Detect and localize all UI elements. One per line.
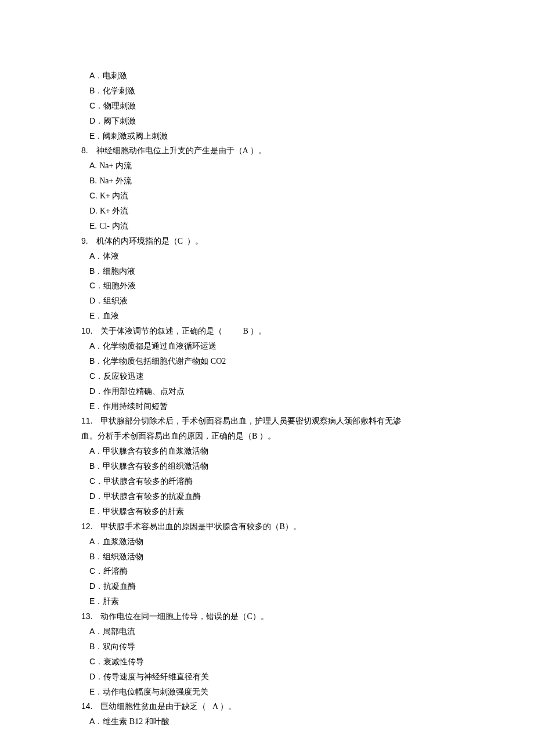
option-text: 化学物质都是通过血液循环运送 (103, 342, 217, 350)
option-label: A． (89, 627, 103, 636)
answer-option: B．化学刺激 (81, 84, 453, 99)
question-text: 神经细胞动作电位上升支的产生是由于（A ）。 (96, 146, 266, 155)
option-text: 双向传导 (103, 642, 135, 651)
option-text: 组织液 (103, 296, 128, 305)
option-text: Na+ 外流 (99, 176, 132, 185)
option-text: K+ 内流 (100, 191, 129, 200)
option-label: E． (89, 311, 103, 320)
option-text: 细胞内液 (103, 267, 135, 276)
option-text: 纤溶酶 (103, 567, 128, 576)
option-label: C． (89, 281, 103, 290)
answer-option: E．动作电位幅度与刺激强度无关 (81, 685, 453, 700)
question-number: 12. (81, 522, 100, 531)
question-number: 11. (81, 416, 100, 425)
option-label: D． (89, 386, 103, 396)
answer-option: A．体液 (81, 249, 453, 264)
option-label: C． (89, 566, 103, 576)
option-text: 阈下刺激 (103, 117, 136, 125)
answer-option: B．细胞内液 (81, 264, 453, 279)
question-line: 10. 关于体液调节的叙述，正确的是（ B ）。 (81, 324, 453, 339)
option-text: 甲状腺含有较多的纤溶酶 (103, 477, 193, 486)
option-text: 物理刺激 (103, 102, 136, 110)
question-number: 14. (81, 701, 100, 711)
option-label: E． (89, 401, 103, 411)
answer-option: C．甲状腺含有较多的纤溶酶 (81, 474, 453, 489)
option-label: C. (89, 191, 100, 200)
option-label: B． (89, 461, 103, 471)
option-label: A． (89, 537, 103, 546)
answer-option: D．阈下刺激 (81, 114, 453, 129)
option-text: K+ 外流 (100, 207, 129, 215)
option-label: B． (89, 266, 103, 276)
option-text: 血液 (103, 312, 119, 320)
answer-option: E．肝素 (81, 594, 453, 609)
answer-option: C．细胞外液 (81, 278, 453, 294)
option-label: D． (89, 296, 103, 305)
question-text: 巨幼细胞性贫血是由于缺乏（ A ）。 (100, 702, 236, 711)
option-text: 作用持续时间短暂 (103, 402, 168, 411)
answer-option: D．传导速度与神经纤维直径有关 (81, 670, 453, 685)
option-text: 阈刺激或阈上刺激 (103, 132, 168, 140)
option-label: A． (89, 446, 103, 455)
option-label: A. (89, 161, 99, 170)
option-label: B． (89, 356, 103, 366)
option-text: 化学刺激 (103, 86, 135, 95)
option-label: B． (89, 552, 103, 561)
answer-option: D．组织液 (81, 294, 453, 309)
question-line: 11. 甲状腺部分切除术后，手术创面容易出血，护理人员要密切观察病人颈部敷料有无… (81, 414, 453, 429)
answer-option: C. K+ 内流 (81, 189, 453, 204)
question-line: 12. 甲状腺手术容易出血的原因是甲状腺含有较多的（B）。 (81, 519, 453, 534)
answer-option: A．维生素 B12 和叶酸 (81, 714, 453, 729)
question-number: 10. (81, 326, 100, 335)
option-text: 作用部位精确、点对点 (103, 387, 185, 396)
question-number: 8. (81, 146, 96, 155)
option-text: 化学物质包括细胞代谢产物如 CO2 (103, 357, 226, 366)
answer-option: B．组织激活物 (81, 549, 453, 565)
option-label: D． (89, 491, 103, 501)
question-text: 动作电位在同一细胞上传导，错误的是（C）。 (100, 612, 268, 621)
question-text: 关于体液调节的叙述，正确的是（ B ）。 (100, 327, 266, 335)
answer-option: E．作用持续时间短暂 (81, 399, 453, 414)
option-label: D． (89, 116, 103, 125)
option-text: Na+ 内流 (99, 161, 132, 170)
answer-option: C．反应较迅速 (81, 369, 453, 384)
option-label: B． (89, 86, 103, 95)
question-number: 13. (81, 612, 100, 621)
answer-option: A．甲状腺含有较多的血浆激活物 (81, 444, 453, 459)
option-label: D. (89, 206, 100, 215)
option-text: 细胞外液 (103, 281, 136, 290)
answer-option: A. Na+ 内流 (81, 158, 453, 173)
answer-option: C．衰减性传导 (81, 654, 453, 670)
option-text: 反应较迅速 (103, 372, 144, 381)
answer-option: A．化学物质都是通过血液循环运送 (81, 339, 453, 354)
answer-option: A．血浆激活物 (81, 534, 453, 549)
option-text: 组织激活物 (103, 552, 143, 561)
option-text: 衰减性传导 (103, 657, 144, 666)
question-line: 8. 神经细胞动作电位上升支的产生是由于（A ）。 (81, 143, 453, 158)
option-label: C． (89, 657, 103, 666)
answer-option: B．甲状腺含有较多的组织激活物 (81, 459, 453, 474)
option-text: 甲状腺含有较多的血浆激活物 (103, 447, 208, 455)
option-text: 甲状腺含有较多的组织激活物 (103, 462, 208, 471)
option-label: B． (89, 642, 103, 651)
answer-option: E．血液 (81, 309, 453, 324)
option-label: A． (89, 341, 103, 350)
answer-option: B．双向传导 (81, 639, 453, 654)
option-label: A． (89, 251, 103, 261)
answer-option: C．纤溶酶 (81, 564, 453, 579)
question-number: 9. (81, 236, 96, 245)
question-text: 机体的内环境指的是（C ）。 (96, 237, 203, 245)
option-label: A． (89, 71, 103, 80)
option-text: 肝素 (103, 597, 119, 606)
question-line: 13. 动作电位在同一细胞上传导，错误的是（C）。 (81, 609, 453, 624)
option-label: D． (89, 672, 103, 681)
option-text: 甲状腺含有较多的肝素 (103, 507, 184, 516)
option-text: 甲状腺含有较多的抗凝血酶 (103, 492, 201, 501)
option-text: 维生素 B12 和叶酸 (103, 717, 169, 726)
answer-option: E．甲状腺含有较多的肝素 (81, 504, 453, 519)
option-text: 体液 (103, 252, 119, 261)
option-label: E． (89, 131, 103, 140)
option-text: 动作电位幅度与刺激强度无关 (103, 688, 208, 696)
answer-option: C．物理刺激 (81, 99, 453, 114)
question-line: 14. 巨幼细胞性贫血是由于缺乏（ A ）。 (81, 699, 453, 714)
